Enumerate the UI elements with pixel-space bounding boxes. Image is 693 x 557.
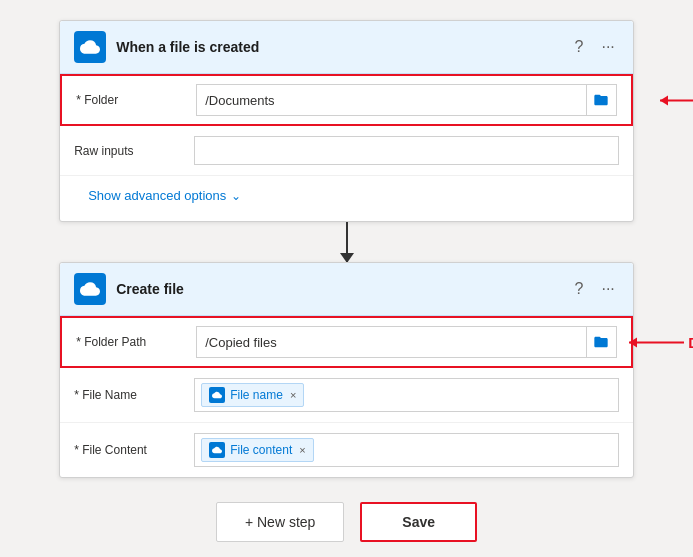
trigger-card-title: When a file is created	[116, 39, 570, 55]
file-name-chip-close[interactable]: ×	[290, 389, 296, 401]
trigger-raw-inputs-label: Raw inputs	[74, 144, 194, 158]
file-content-chip[interactable]: File content ×	[201, 438, 313, 462]
bottom-actions: + New step Save	[20, 502, 673, 542]
action-card-actions: ? ···	[571, 278, 619, 300]
action-annotation-line	[629, 341, 684, 343]
file-name-chip-icon	[209, 387, 225, 403]
trigger-card-icon	[74, 31, 106, 63]
action-file-name-row: * File Name File name ×	[60, 368, 633, 423]
trigger-folder-input-wrapper: /Documents	[196, 84, 617, 116]
action-folder-row-wrapper: * Folder Path /Copied files	[60, 316, 633, 368]
advanced-options-chevron-icon: ⌄	[231, 189, 241, 203]
cloud-action-icon	[80, 279, 100, 299]
action-help-button[interactable]: ?	[571, 278, 588, 300]
action-card: Create file ? ··· * Folder Path /Copied …	[59, 262, 634, 478]
action-card-header: Create file ? ···	[60, 263, 633, 316]
flow-container: When a file is created ? ··· * Folder /D…	[20, 20, 673, 542]
action-file-content-label: * File Content	[74, 443, 194, 457]
trigger-card-wrapper: When a file is created ? ··· * Folder /D…	[59, 20, 634, 222]
file-name-chip[interactable]: File name ×	[201, 383, 304, 407]
action-card-title: Create file	[116, 281, 570, 297]
action-file-content-row: * File Content File content ×	[60, 423, 633, 477]
trigger-folder-row: * Folder /Documents	[62, 76, 631, 124]
advanced-options-label: Show advanced options	[88, 188, 226, 203]
file-name-chip-label: File name	[230, 388, 283, 402]
trigger-card-actions: ? ···	[571, 36, 619, 58]
action-folder-picker-icon[interactable]	[586, 327, 616, 357]
action-file-name-label: * File Name	[74, 388, 194, 402]
trigger-card-header: When a file is created ? ···	[60, 21, 633, 74]
flow-connector	[346, 222, 348, 262]
trigger-help-button[interactable]: ?	[571, 36, 588, 58]
cloud-trigger-icon	[80, 37, 100, 57]
file-content-chip-close[interactable]: ×	[299, 444, 305, 456]
trigger-advanced-row: Show advanced options ⌄	[60, 176, 633, 221]
trigger-advanced-options-link[interactable]: Show advanced options ⌄	[74, 178, 255, 213]
trigger-card: When a file is created ? ··· * Folder /D…	[59, 20, 634, 222]
action-card-body: * Folder Path /Copied files	[60, 316, 633, 477]
action-file-name-input-wrapper: File name ×	[194, 378, 619, 412]
action-folder-row: * Folder Path /Copied files	[62, 318, 631, 366]
trigger-annotation-line	[660, 99, 693, 101]
action-more-button[interactable]: ···	[597, 278, 618, 300]
trigger-folder-label: * Folder	[76, 93, 196, 107]
action-card-wrapper: Create file ? ··· * Folder Path /Copied …	[59, 262, 634, 478]
action-card-icon	[74, 273, 106, 305]
trigger-folder-picker-icon[interactable]	[586, 85, 616, 115]
trigger-card-body: * Folder /Documents	[60, 74, 633, 221]
action-folder-input-wrapper: /Copied files	[196, 326, 617, 358]
new-step-button[interactable]: + New step	[216, 502, 344, 542]
action-folder-path-value: /Copied files	[197, 329, 586, 356]
trigger-raw-inputs-input[interactable]	[195, 137, 618, 164]
trigger-raw-inputs-row: Raw inputs	[60, 126, 633, 176]
trigger-more-button[interactable]: ···	[597, 36, 618, 58]
action-annotation-text: Destination folder	[688, 334, 693, 351]
action-file-content-input-wrapper: File content ×	[194, 433, 619, 467]
action-folder-annotation: Destination folder	[629, 334, 693, 351]
trigger-folder-value: /Documents	[197, 87, 586, 114]
trigger-folder-annotation: Source folder	[660, 92, 693, 109]
trigger-folder-row-wrapper: * Folder /Documents	[60, 74, 633, 126]
trigger-raw-inputs-input-wrapper	[194, 136, 619, 165]
action-folder-path-label: * Folder Path	[76, 335, 196, 349]
file-content-chip-icon	[209, 442, 225, 458]
file-content-chip-label: File content	[230, 443, 292, 457]
save-button[interactable]: Save	[360, 502, 477, 542]
